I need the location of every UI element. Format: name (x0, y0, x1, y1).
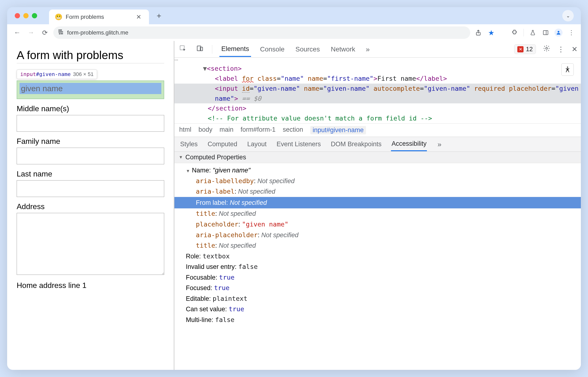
browser-tab[interactable]: 😬 Form problems ✕ (49, 10, 149, 24)
first-name-field[interactable]: given name (17, 81, 164, 99)
inspect-element-icon[interactable] (178, 44, 188, 55)
kebab-menu-icon[interactable]: ⋮ (566, 28, 576, 37)
crumb-html[interactable]: html (179, 126, 191, 134)
crumb-body[interactable]: body (198, 126, 213, 134)
tab-elements[interactable]: Elements (219, 42, 251, 57)
profile-avatar-icon[interactable] (554, 28, 563, 37)
labs-icon[interactable] (528, 28, 538, 37)
label-home-line1: Home address line 1 (17, 281, 164, 290)
dom-section-close: </section> (208, 105, 247, 112)
tab-network[interactable]: Network (329, 42, 357, 57)
back-button[interactable]: ← (12, 27, 22, 38)
tooltip-selector: input#given-name (20, 71, 71, 77)
dom-label-line[interactable]: <label for class="name" name="first-name… (193, 74, 581, 83)
invalid-row[interactable]: Invalid user entry: false (174, 261, 581, 272)
more-tabs-icon[interactable]: » (364, 44, 371, 54)
svg-rect-6 (543, 31, 548, 35)
devtools-kebab-icon[interactable]: ⋮ (557, 45, 565, 53)
maximize-window-icon[interactable] (32, 13, 37, 18)
browser-window: 😬 Form problems ✕ ＋ ⌄ ← → ⟳ form-problem… (7, 7, 581, 370)
svg-point-4 (59, 33, 60, 34)
gutter-ellipsis-icon[interactable]: ⋯ (174, 58, 178, 62)
from-label-row[interactable]: From label: Not specified (174, 197, 581, 209)
subtab-layout[interactable]: Layout (247, 138, 267, 151)
subtab-styles[interactable]: Styles (180, 138, 198, 151)
label-last: Last name (17, 170, 164, 178)
last-name-field[interactable] (17, 180, 164, 197)
device-mode-icon[interactable] (195, 44, 205, 55)
disclosure-triangle-icon[interactable]: ▼ (186, 168, 190, 175)
label-middle: Middle name(s) (17, 104, 164, 113)
subtab-computed[interactable]: Computed (207, 138, 238, 151)
aria-labelledby-row[interactable]: aria-labelledby: Not specified (174, 176, 581, 187)
cansetvalue-row[interactable]: Can set value: true (174, 304, 581, 315)
tab-favicon-icon: 😬 (55, 13, 62, 21)
tab-console[interactable]: Console (258, 42, 286, 57)
crumb-form[interactable]: form#form-1 (241, 126, 276, 134)
crumb-main[interactable]: main (220, 126, 234, 134)
crumb-input[interactable]: input#given-name (310, 126, 366, 134)
extensions-icon[interactable] (510, 28, 519, 37)
more-subtabs-icon[interactable]: » (436, 139, 443, 149)
devtools-close-icon[interactable]: ✕ (572, 45, 577, 53)
subtab-accessibility[interactable]: Accessibility (391, 137, 427, 151)
title-row-2[interactable]: title: Not specified (174, 240, 581, 251)
focused-row[interactable]: Focused: true (174, 283, 581, 294)
rule (17, 63, 164, 63)
middle-name-field[interactable] (17, 115, 164, 132)
url-box[interactable]: form-problems.glitch.me (53, 26, 470, 39)
site-settings-icon[interactable] (57, 29, 64, 36)
tabs-dropdown-icon[interactable]: ⌄ (562, 10, 574, 22)
aria-label-row[interactable]: aria-label: Not specified (174, 186, 581, 197)
tab-close-icon[interactable]: ✕ (134, 12, 143, 22)
placeholder-row[interactable]: placeholder: "given name" (174, 219, 581, 230)
editable-row[interactable]: Editable: plaintext (174, 294, 581, 304)
tab-sources[interactable]: Sources (294, 42, 322, 57)
window-controls (15, 13, 37, 18)
side-panel-icon[interactable] (541, 28, 550, 37)
element-tooltip: input#given-name 306 × 51 (17, 70, 97, 79)
elements-subtabs: Styles Computed Layout Event Listeners D… (174, 137, 581, 152)
page-content: A form with problems input#given-name 30… (7, 41, 174, 370)
label-family: Family name (17, 137, 164, 146)
devtools: Elements Console Sources Network » ✕ 12 … (174, 41, 581, 370)
settings-gear-icon[interactable] (543, 45, 550, 54)
forward-button[interactable]: → (26, 27, 36, 38)
bookmark-star-icon[interactable]: ★ (486, 28, 496, 37)
disclosure-triangle-icon[interactable]: ▼ (179, 155, 183, 160)
url-text: form-problems.glitch.me (67, 29, 128, 36)
aria-placeholder-row[interactable]: aria-placeholder: Not specified (174, 230, 581, 241)
svg-rect-0 (58, 30, 60, 30)
close-window-icon[interactable] (15, 13, 20, 18)
svg-point-12 (546, 47, 548, 49)
multiline-row[interactable]: Multi-line: false (174, 315, 581, 325)
page-title: A form with problems (17, 48, 164, 62)
tooltip-dimensions: 306 × 51 (73, 71, 93, 77)
svg-rect-1 (58, 32, 63, 32)
error-count-pill[interactable]: ✕ 12 (514, 44, 536, 54)
role-row[interactable]: Role: textbox (174, 251, 581, 262)
subtab-dombp[interactable]: DOM Breakpoints (330, 138, 382, 151)
error-count: 12 (526, 46, 533, 53)
dom-tree[interactable]: ⋯ ▼<section> <label for class="name" nam… (174, 58, 581, 124)
devtools-tabs: Elements Console Sources Network » ✕ 12 … (174, 41, 581, 58)
label-address: Address (17, 202, 164, 211)
new-tab-button[interactable]: ＋ (153, 10, 165, 22)
share-icon[interactable] (474, 28, 483, 37)
name-row[interactable]: ▼ Name: "given name" (174, 165, 581, 176)
focusable-row[interactable]: Focusable: true (174, 272, 581, 283)
address-bar: ← → ⟳ form-problems.glitch.me ★ ⋮ (7, 24, 581, 41)
family-name-field[interactable] (17, 148, 164, 164)
dom-input-line[interactable]: <input id="given-name" name="given-name"… (174, 83, 581, 104)
reload-button[interactable]: ⟳ (39, 27, 50, 38)
address-field[interactable] (17, 213, 164, 275)
dom-section-open: <section> (207, 65, 241, 72)
svg-rect-2 (61, 34, 63, 34)
subtab-listeners[interactable]: Event Listeners (276, 138, 321, 151)
minimize-window-icon[interactable] (23, 13, 29, 18)
crumb-section[interactable]: section (283, 126, 303, 134)
computed-properties-header[interactable]: ▼ Computed Properties (174, 152, 581, 163)
section-title: Computed Properties (185, 153, 246, 161)
title-row-1[interactable]: title: Not specified (174, 208, 581, 219)
error-icon: ✕ (517, 46, 523, 52)
